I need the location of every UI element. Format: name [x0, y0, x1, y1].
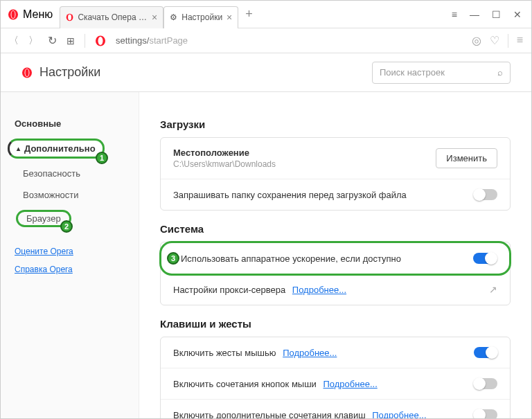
search-icon: ⌕ [497, 67, 503, 78]
gestures-card: Включить жесты мышью Подробнее... Включи… [160, 337, 511, 419]
svg-point-6 [98, 37, 103, 45]
opera-icon [95, 35, 106, 46]
back-icon[interactable]: 〈 [9, 35, 19, 47]
annotation-badge-2: 2 [60, 220, 73, 233]
toggle-key-combo[interactable] [474, 409, 497, 419]
address-bar: 〈 〉 ↻ ⊞ settings/startPage ◎ ♡ ≡ [1, 28, 531, 53]
section-title-system: Система [160, 223, 511, 235]
search-input[interactable]: Поиск настроек ⌕ [372, 62, 511, 84]
page-title: Настройки [39, 65, 100, 80]
section-title-gestures: Клавиши и жесты [160, 318, 511, 330]
new-tab-button[interactable]: + [238, 7, 260, 21]
sidebar-item-security[interactable]: Безопасность [1, 163, 139, 184]
toggle-mouse-combo[interactable] [474, 378, 497, 389]
gear-icon: ⚙ [170, 12, 177, 22]
toggle-hw-accel[interactable] [473, 253, 497, 264]
toggle-mouse-gestures[interactable] [474, 347, 497, 358]
opera-icon [66, 12, 73, 23]
close-icon[interactable]: × [152, 12, 157, 23]
toggle-ask-download[interactable] [474, 189, 497, 200]
titlebar: Меню Скачать Опера для компь × ⚙ Настрой… [1, 1, 531, 28]
tab-download[interactable]: Скачать Опера для компь × [60, 6, 163, 28]
location-label: Местоположение [173, 148, 436, 158]
sidebar-link-help[interactable]: Справка Opera [1, 260, 139, 278]
tab-label: Скачать Опера для компь [78, 12, 148, 22]
sidebar-item-advanced[interactable]: ▴ Дополнительно [8, 139, 105, 159]
snapshot-icon[interactable]: ◎ [472, 34, 481, 48]
sidebar-item-features[interactable]: Возможности [1, 184, 139, 206]
row-proxy-settings[interactable]: Настройки прокси-сервера Подробнее... ↗ [161, 274, 510, 305]
easy-setup-icon[interactable]: ≡ [517, 34, 523, 48]
mouse-combo-more-link[interactable]: Подробнее... [323, 379, 377, 389]
system-card: 3 Использовать аппаратное ускорение, есл… [160, 242, 511, 305]
row-hardware-accel[interactable]: 3 Использовать аппаратное ускорение, есл… [159, 241, 511, 276]
forward-icon[interactable]: 〉 [28, 35, 38, 47]
svg-point-2 [12, 10, 15, 17]
menu-button[interactable]: Меню [1, 1, 60, 28]
speed-dial-icon[interactable]: ⊞ [66, 35, 75, 46]
key-combo-more-link[interactable]: Подробнее... [372, 410, 426, 420]
section-title-downloads: Загрузки [160, 118, 511, 130]
tab-settings[interactable]: ⚙ Настройки × [163, 6, 238, 28]
close-icon[interactable]: × [227, 12, 232, 23]
settings-header: Настройки Поиск настроек ⌕ [1, 53, 531, 92]
row-download-location: Местоположение C:\Users\kmwar\Downloads … [161, 138, 510, 179]
svg-point-9 [26, 69, 29, 75]
row-ask-before-download[interactable]: Запрашивать папку сохранения перед загру… [161, 179, 510, 210]
close-window-icon[interactable]: ✕ [513, 9, 522, 20]
chevron-up-icon: ▴ [17, 145, 20, 152]
external-link-icon: ↗ [489, 284, 497, 295]
row-mouse-combo[interactable]: Включить сочетания кнопок мыши Подробнее… [161, 368, 510, 400]
downloads-card: Местоположение C:\Users\kmwar\Downloads … [160, 137, 511, 211]
settings-content: Загрузки Местоположение C:\Users\kmwar\D… [139, 92, 531, 419]
reload-icon[interactable]: ↻ [48, 34, 57, 47]
maximize-icon[interactable]: ☐ [492, 9, 501, 20]
change-button[interactable]: Изменить [436, 148, 497, 168]
svg-point-4 [68, 15, 71, 20]
mouse-more-link[interactable]: Подробнее... [283, 348, 337, 358]
row-mouse-gestures[interactable]: Включить жесты мышью Подробнее... [161, 337, 510, 368]
proxy-more-link[interactable]: Подробнее... [292, 285, 346, 295]
annotation-badge-1: 1 [96, 152, 108, 164]
bookmark-icon[interactable]: ♡ [490, 34, 499, 48]
opera-icon [8, 9, 19, 20]
sidebar: Основные ▴ Дополнительно 1 Безопасность … [1, 92, 139, 419]
minimize-icon[interactable]: — [470, 9, 479, 20]
search-placeholder: Поиск настроек [380, 67, 445, 78]
sidebar-link-rate[interactable]: Оцените Opera [1, 242, 139, 260]
sidebar-item-basic[interactable]: Основные [1, 113, 139, 134]
opera-icon [21, 67, 33, 78]
tab-label: Настройки [181, 12, 222, 22]
annotation-badge-3: 3 [167, 252, 179, 265]
divider [85, 34, 85, 48]
tabs-menu-icon[interactable]: ≡ [452, 9, 457, 20]
url-field[interactable]: settings/startPage [116, 35, 462, 46]
divider [508, 34, 508, 48]
location-value: C:\Users\kmwar\Downloads [173, 159, 436, 169]
menu-label: Меню [23, 8, 53, 21]
row-key-combo[interactable]: Включить дополнительные сочетания клавиш… [161, 400, 510, 419]
